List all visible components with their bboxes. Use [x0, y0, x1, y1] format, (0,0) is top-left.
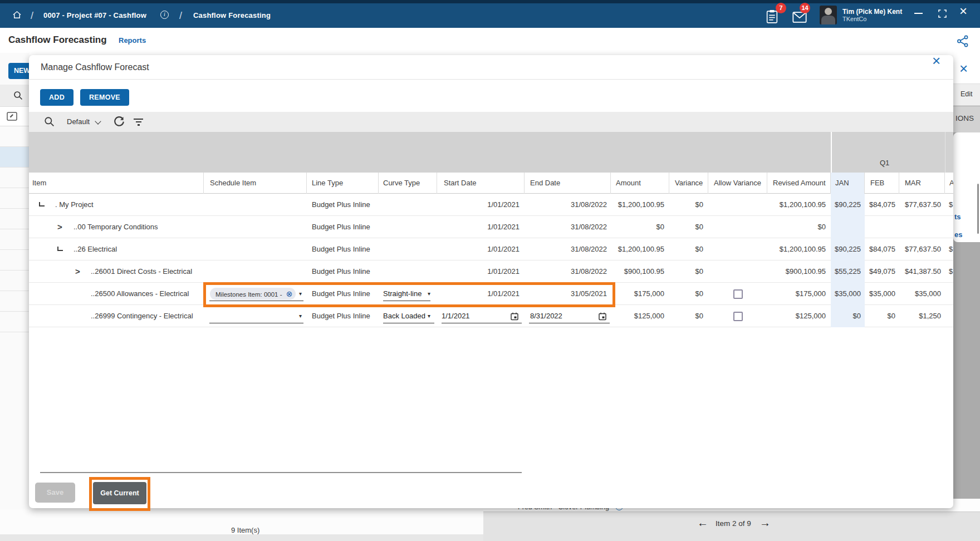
- grid-row-contingency[interactable]: ..26999 Contingency - Electrical ▾ Budge…: [29, 305, 953, 327]
- col-allow-variance[interactable]: Allow Variance: [708, 173, 767, 194]
- allow-variance-checkbox[interactable]: [733, 289, 743, 299]
- scrollbar[interactable]: [977, 184, 979, 234]
- col-revised-amount[interactable]: Revised Amount: [767, 173, 831, 194]
- grid-group-header: Q1: [29, 132, 953, 173]
- panel-close-icon[interactable]: ×: [959, 62, 968, 75]
- item-label: ..00 Temporary Conditions: [74, 216, 158, 238]
- expand-icon[interactable]: >: [75, 268, 80, 276]
- remove-button[interactable]: REMOVE: [80, 89, 129, 106]
- manage-cashflow-modal: Manage Cashflow Forecast × ADD REMOVE De…: [29, 55, 953, 508]
- col-jan[interactable]: JAN: [831, 173, 865, 194]
- close-window-button[interactable]: ×: [959, 3, 967, 19]
- jan-value: $35,000: [831, 283, 865, 305]
- start-date-value: 1/01/2021: [437, 238, 525, 260]
- tasks-badge: 7: [776, 3, 786, 13]
- variance-value: $0: [669, 260, 708, 283]
- end-date-value: 31/08/2022: [525, 216, 611, 238]
- grid-row-electrical[interactable]: ..26 Electrical Budget Plus Inline 1/01/…: [29, 238, 953, 260]
- save-button[interactable]: Save: [35, 483, 75, 503]
- expand-icon[interactable]: >: [57, 223, 62, 231]
- end-date-input[interactable]: 8/31/2022: [525, 305, 611, 327]
- start-date-value: 1/01/2021: [437, 194, 525, 216]
- mail-badge: 14: [800, 3, 810, 13]
- breadcrumb-separator-2: /: [179, 10, 182, 22]
- link-fragment-2[interactable]: es: [954, 230, 962, 239]
- col-end-date[interactable]: End Date: [525, 173, 611, 194]
- breadcrumb-page[interactable]: Cashflow Forecasting: [193, 11, 271, 19]
- col-curve-type[interactable]: Curve Type: [379, 173, 437, 194]
- allow-variance-checkbox[interactable]: [733, 312, 743, 321]
- collapse-icon[interactable]: [57, 247, 63, 251]
- tasks-icon[interactable]: [766, 9, 778, 24]
- col-apr-partial[interactable]: A: [945, 173, 953, 194]
- start-date-value: 1/1/2021: [442, 312, 470, 320]
- breadcrumb-project[interactable]: 0007 - Project #07 - Cashflow: [43, 11, 146, 19]
- col-variance[interactable]: Variance: [669, 173, 708, 194]
- start-date-input[interactable]: 1/1/2021: [437, 305, 525, 327]
- schedule-item-select[interactable]: ▾: [204, 305, 307, 327]
- item-label: ..26500 Allowances - Electrical: [91, 283, 189, 305]
- collapse-icon[interactable]: [39, 202, 45, 206]
- minimize-button[interactable]: [914, 13, 923, 14]
- share-icon[interactable]: [957, 35, 969, 47]
- actions-header-fragment: IONS: [955, 114, 974, 122]
- col-schedule-item[interactable]: Schedule Item: [204, 173, 307, 194]
- search-icon[interactable]: [13, 91, 23, 100]
- modal-close-icon[interactable]: ×: [932, 52, 940, 70]
- grid-row-my-project[interactable]: . My Project Budget Plus Inline 1/01/202…: [29, 194, 953, 216]
- mar-value: $77,637.50: [899, 194, 945, 216]
- prev-item-arrow[interactable]: ←: [697, 517, 708, 529]
- maximize-button[interactable]: [938, 9, 947, 18]
- col-item[interactable]: Item: [29, 173, 204, 194]
- selected-row-strip[interactable]: [0, 147, 29, 168]
- calendar-icon[interactable]: [599, 312, 606, 321]
- curve-type-select[interactable]: Back Loaded ▾: [379, 305, 437, 327]
- amount-value: $125,000: [611, 305, 669, 327]
- resize-divider[interactable]: [40, 472, 522, 473]
- col-line-type[interactable]: Line Type: [307, 173, 379, 194]
- avatar[interactable]: [820, 6, 837, 24]
- revised-amount-value: $0: [767, 216, 831, 238]
- grid-search-icon[interactable]: [44, 116, 55, 127]
- link-fragment-1[interactable]: ts: [954, 213, 961, 221]
- background-bottom: 9 Item(s): [0, 509, 483, 534]
- item-label: ..26001 Direct Costs - Electrical: [91, 260, 192, 283]
- user-name[interactable]: Tim (Pick Me) Kent: [842, 8, 902, 16]
- start-date-value: 1/01/2021: [437, 216, 525, 238]
- end-date-value: 31/08/2022: [525, 194, 611, 216]
- filter-icon[interactable]: [134, 119, 143, 126]
- col-mar[interactable]: MAR: [899, 173, 945, 194]
- curve-type-value: Back Loaded: [383, 312, 425, 320]
- info-icon[interactable]: i: [160, 11, 169, 19]
- reports-link[interactable]: Reports: [119, 36, 146, 45]
- add-button[interactable]: ADD: [40, 89, 74, 106]
- item-label: ..26 Electrical: [74, 238, 117, 260]
- apr-value: $: [945, 238, 953, 260]
- background-grid-strip: NEW: [0, 53, 29, 512]
- amount-value: $0: [611, 216, 669, 238]
- grid-row-temporary-conditions[interactable]: > ..00 Temporary Conditions Budget Plus …: [29, 216, 953, 238]
- mar-value: $77,637.50: [899, 238, 945, 260]
- amount-value: $1,200,100.95: [611, 238, 669, 260]
- col-start-date[interactable]: Start Date: [437, 173, 525, 194]
- line-type-value: Budget Plus Inline: [307, 260, 379, 283]
- calendar-icon[interactable]: [511, 312, 518, 321]
- note-icon[interactable]: [7, 112, 17, 121]
- variance-value: $0: [669, 238, 708, 260]
- quarter-q1-label: Q1: [880, 159, 889, 167]
- modal-title: Manage Cashflow Forecast: [41, 62, 149, 72]
- col-amount[interactable]: Amount: [611, 173, 669, 194]
- home-icon[interactable]: [12, 10, 22, 19]
- modal-titlebar: Manage Cashflow Forecast: [29, 55, 953, 80]
- view-selector[interactable]: Default: [67, 117, 90, 126]
- background-right-strip: × Edit IONS ts es: [953, 53, 980, 512]
- mail-icon[interactable]: [792, 12, 807, 23]
- revised-amount-value: $175,000: [767, 283, 831, 305]
- next-item-arrow[interactable]: →: [759, 517, 771, 529]
- variance-value: $0: [669, 305, 708, 327]
- refresh-icon[interactable]: [114, 116, 125, 127]
- col-feb[interactable]: FEB: [865, 173, 899, 194]
- jan-value: $0: [831, 305, 865, 327]
- edit-label[interactable]: Edit: [961, 90, 973, 98]
- grid-row-direct-costs[interactable]: > ..26001 Direct Costs - Electrical Budg…: [29, 260, 953, 283]
